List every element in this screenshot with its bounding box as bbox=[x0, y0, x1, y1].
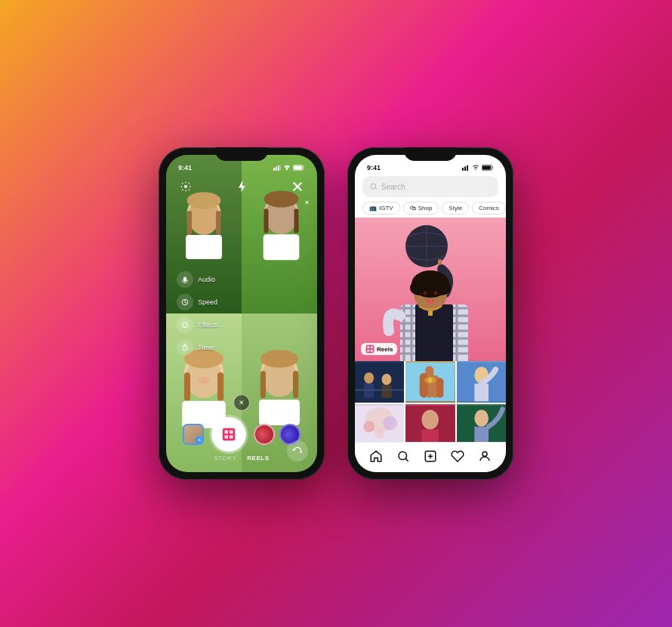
add-nav[interactable] bbox=[422, 448, 439, 465]
svg-rect-72 bbox=[415, 304, 453, 361]
svg-point-105 bbox=[363, 421, 375, 432]
settings-icon[interactable] bbox=[177, 178, 195, 196]
notch-right bbox=[404, 147, 457, 161]
tab-comics[interactable]: Comics bbox=[472, 202, 506, 215]
wifi-icon-right bbox=[472, 165, 479, 171]
thumb-2[interactable] bbox=[405, 361, 455, 403]
svg-rect-80 bbox=[428, 310, 433, 316]
svg-rect-89 bbox=[364, 384, 374, 398]
igtv-icon: 📺 bbox=[369, 205, 377, 212]
svg-point-37 bbox=[186, 324, 186, 325]
svg-point-50 bbox=[371, 184, 375, 188]
timer-menu-item[interactable]: Timer bbox=[177, 339, 218, 356]
category-tabs: 📺 IGTV 🛍 Shop Style Comics TV & Movie bbox=[355, 202, 506, 215]
time-left: 9:41 bbox=[178, 164, 192, 171]
search-nav[interactable] bbox=[395, 448, 412, 465]
camera-menu: Audio Speed bbox=[177, 271, 218, 356]
svg-rect-45 bbox=[464, 167, 466, 171]
svg-point-106 bbox=[383, 416, 397, 431]
camera-top-icons: × bbox=[166, 178, 317, 196]
status-icons-right bbox=[462, 165, 494, 171]
search-placeholder: Search bbox=[381, 183, 405, 191]
tab-style[interactable]: Style bbox=[442, 202, 469, 215]
svg-rect-86 bbox=[371, 350, 373, 352]
svg-point-107 bbox=[375, 429, 384, 439]
reels-icon bbox=[220, 426, 237, 443]
svg-point-109 bbox=[422, 409, 439, 429]
reels-text: Reels bbox=[377, 346, 393, 353]
battery-icon bbox=[293, 165, 305, 171]
audio-menu-item[interactable]: Audio bbox=[177, 271, 218, 288]
search-icon bbox=[370, 183, 378, 190]
svg-rect-40 bbox=[225, 431, 229, 434]
dismiss-button[interactable]: ✕ bbox=[233, 394, 250, 411]
svg-point-77 bbox=[424, 292, 427, 295]
svg-point-35 bbox=[182, 322, 188, 328]
search-bar[interactable]: Search bbox=[362, 176, 498, 197]
story-mode[interactable]: STORY bbox=[214, 455, 237, 462]
effect-1[interactable] bbox=[254, 424, 275, 445]
svg-point-90 bbox=[381, 374, 391, 385]
svg-rect-49 bbox=[482, 166, 491, 170]
svg-rect-82 bbox=[366, 345, 375, 354]
status-icons-left bbox=[273, 165, 305, 171]
svg-rect-91 bbox=[381, 385, 391, 398]
home-nav[interactable] bbox=[368, 448, 384, 465]
shutter-button[interactable] bbox=[211, 417, 246, 452]
phone-left: 9:41 × bbox=[159, 147, 325, 480]
svg-rect-87 bbox=[355, 363, 404, 401]
effects-menu-item[interactable]: Effects bbox=[177, 317, 218, 333]
tab-shop[interactable]: 🛍 Shop bbox=[403, 202, 439, 215]
shop-icon: 🛍 bbox=[410, 205, 416, 212]
svg-rect-92 bbox=[355, 389, 404, 391]
svg-rect-42 bbox=[225, 435, 229, 439]
camera-bottom: ✕ + bbox=[166, 394, 317, 472]
wifi-icon bbox=[283, 165, 291, 171]
flip-camera-button[interactable] bbox=[287, 440, 308, 462]
reels-badge-icon bbox=[365, 344, 375, 354]
svg-rect-43 bbox=[230, 435, 233, 439]
svg-line-51 bbox=[375, 188, 377, 190]
thumb-3[interactable] bbox=[457, 361, 506, 403]
shop-label: Shop bbox=[418, 205, 433, 212]
svg-rect-95 bbox=[420, 373, 428, 398]
thumb-1[interactable] bbox=[355, 361, 404, 403]
reels-mode[interactable]: REELS bbox=[247, 455, 269, 462]
svg-point-31 bbox=[184, 185, 187, 188]
signal-icon-right bbox=[462, 165, 470, 171]
flash-icon[interactable]: × bbox=[233, 178, 251, 196]
effects-label: Effects bbox=[198, 321, 218, 329]
heart-nav[interactable] bbox=[449, 448, 466, 465]
svg-point-114 bbox=[399, 452, 407, 460]
bottom-nav bbox=[355, 442, 506, 472]
svg-point-119 bbox=[482, 452, 487, 456]
svg-rect-27 bbox=[278, 165, 279, 171]
tab-igtv[interactable]: 📺 IGTV bbox=[362, 202, 400, 215]
svg-rect-97 bbox=[436, 378, 443, 397]
svg-rect-28 bbox=[280, 165, 281, 171]
audio-label: Audio bbox=[198, 276, 215, 283]
svg-point-36 bbox=[183, 324, 184, 325]
svg-rect-41 bbox=[230, 431, 233, 434]
notch-left bbox=[215, 147, 268, 161]
profile-nav[interactable] bbox=[476, 448, 493, 465]
svg-point-47 bbox=[475, 168, 476, 170]
thumb-6[interactable] bbox=[457, 404, 506, 446]
camera-overlay: × Audi bbox=[166, 155, 317, 472]
signal-icon bbox=[273, 165, 281, 171]
svg-rect-85 bbox=[367, 350, 369, 352]
thumb-4[interactable] bbox=[355, 404, 404, 446]
svg-rect-39 bbox=[223, 428, 236, 441]
speed-menu-item[interactable]: Speed bbox=[177, 294, 218, 310]
thumb-5[interactable] bbox=[405, 404, 455, 446]
camera-modes: STORY REELS bbox=[166, 455, 317, 462]
svg-rect-84 bbox=[371, 346, 373, 348]
reels-badge: Reels bbox=[361, 343, 397, 355]
svg-rect-26 bbox=[276, 167, 277, 171]
main-content-image: Reels bbox=[355, 218, 506, 361]
gallery-thumbnail[interactable]: + bbox=[183, 424, 204, 445]
close-icon[interactable] bbox=[288, 178, 307, 196]
svg-rect-46 bbox=[467, 165, 468, 171]
svg-point-99 bbox=[428, 378, 433, 382]
svg-point-112 bbox=[474, 409, 489, 426]
